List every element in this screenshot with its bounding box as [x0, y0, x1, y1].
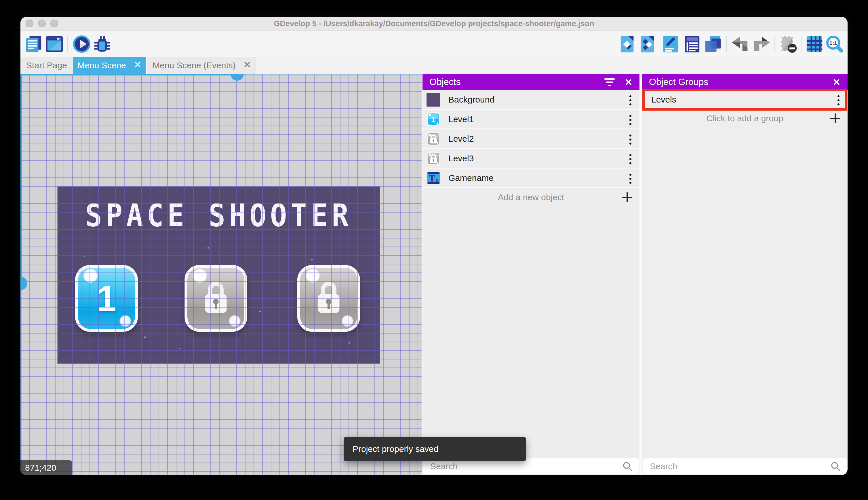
kebab-menu-icon[interactable]	[630, 95, 631, 105]
object-name: Level2	[448, 134, 474, 144]
vertical-scrollbar[interactable]	[21, 290, 22, 475]
object-row-background[interactable]: Background	[422, 90, 640, 110]
level2-button-object[interactable]	[185, 265, 247, 332]
instances-list-icon[interactable]	[683, 35, 701, 53]
kebab-menu-icon[interactable]	[630, 154, 631, 164]
tab-menu-scene[interactable]: Menu Scene	[73, 57, 145, 74]
close-window-button[interactable]	[26, 20, 33, 27]
panel-divider	[640, 74, 642, 475]
project-manager-icon[interactable]	[25, 35, 43, 53]
svg-text:T: T	[429, 173, 435, 183]
toolbar-separator	[67, 36, 68, 52]
locked-level-thumbnail	[426, 132, 440, 146]
close-panel-icon[interactable]	[624, 78, 632, 86]
groups-search-bar	[643, 458, 847, 474]
groups-search-input[interactable]	[643, 461, 831, 471]
object-groups-panel: Object Groups Levels Click to add a grou…	[642, 74, 847, 475]
titlebar: GDevelop 5 - /Users/dkarakay/Documents/G…	[21, 17, 847, 31]
level1-number: 1	[97, 278, 117, 319]
object-row-level2[interactable]: Level2	[422, 129, 640, 149]
kebab-menu-icon[interactable]	[837, 95, 840, 105]
scene-preview: SPACE SHOOTER 1	[58, 186, 379, 363]
kebab-menu-icon[interactable]	[630, 115, 631, 125]
objects-panel-header: Objects	[422, 74, 640, 90]
locked-level-thumbnail	[426, 151, 440, 165]
play-icon[interactable]	[73, 35, 91, 53]
add-group-button[interactable]: Click to add a group	[642, 109, 847, 128]
objects-search-input[interactable]	[423, 461, 622, 471]
plus-icon	[622, 192, 632, 202]
svg-text:1: 1	[431, 115, 435, 124]
cursor-coordinates: 871;420	[21, 460, 72, 475]
svg-text:x: x	[436, 178, 438, 183]
tab-label: Menu Scene	[78, 60, 126, 70]
horizontal-scrollbar-thumb[interactable]	[231, 74, 244, 81]
toast-message: Project properly saved	[353, 444, 438, 454]
save-toast: Project properly saved	[344, 437, 526, 461]
tab-start-page[interactable]: Start Page	[21, 57, 73, 74]
gdevelop-window: GDevelop 5 - /Users/dkarakay/Documents/G…	[21, 17, 847, 475]
objects-panel-title: Objects	[430, 77, 460, 87]
filter-icon[interactable]	[605, 78, 615, 86]
group-name: Levels	[651, 95, 676, 104]
toolbar: 1:1	[21, 31, 847, 57]
redo-icon[interactable]	[753, 35, 771, 53]
plus-icon	[830, 113, 840, 123]
maximize-window-button[interactable]	[50, 20, 58, 27]
lock-icon	[315, 280, 343, 317]
instances-icon[interactable]	[639, 35, 657, 53]
vertical-scrollbar-thumb[interactable]	[21, 277, 27, 290]
add-group-label: Click to add a group	[706, 113, 783, 123]
objects-panel: Objects Background 1 Level1 Level2 Level…	[422, 74, 640, 475]
object-name: Gamename	[448, 173, 494, 183]
level1-thumbnail: 1	[426, 112, 440, 126]
horizontal-scrollbar[interactable]	[233, 74, 422, 76]
background-thumbnail	[426, 93, 440, 106]
close-panel-icon[interactable]	[833, 78, 840, 86]
level3-button-object[interactable]	[297, 265, 360, 332]
add-object-label: Add a new object	[498, 192, 564, 202]
add-new-object-button[interactable]: Add a new object	[422, 188, 640, 206]
close-tab-icon[interactable]	[243, 61, 251, 68]
toolbar-separator	[801, 36, 801, 52]
object-name: Level1	[448, 114, 474, 124]
group-row-levels[interactable]: Levels	[642, 90, 847, 109]
object-groups-panel-header: Object Groups	[642, 74, 847, 90]
edit-properties-icon[interactable]	[662, 35, 680, 53]
object-groups-panel-title: Object Groups	[649, 77, 708, 87]
object-name: Level3	[448, 154, 474, 163]
tab-bar: Start Page Menu Scene Menu Scene (Events…	[21, 57, 847, 74]
zoom-1-1-icon[interactable]: 1:1	[826, 35, 844, 53]
search-icon	[622, 462, 632, 471]
minimize-window-button[interactable]	[38, 20, 46, 27]
svg-text:1:1: 1:1	[830, 40, 837, 46]
toolbar-separator	[726, 36, 727, 52]
grid-icon[interactable]	[806, 35, 823, 53]
tab-label: Menu Scene (Events)	[153, 60, 235, 70]
undo-icon[interactable]	[731, 35, 749, 53]
mask-preview-icon[interactable]	[779, 35, 797, 53]
close-tab-icon[interactable]	[133, 61, 141, 68]
horizontal-scrollbar[interactable]	[21, 74, 233, 76]
toolbar-separator	[774, 36, 775, 52]
level1-button-object[interactable]: 1	[75, 265, 138, 332]
add-object-icon[interactable]	[619, 35, 636, 53]
tab-menu-scene-events[interactable]: Menu Scene (Events)	[146, 57, 256, 74]
vertical-scrollbar[interactable]	[21, 74, 22, 277]
kebab-menu-icon[interactable]	[630, 174, 631, 184]
text-object-thumbnail: Tx	[426, 171, 440, 185]
layers-icon[interactable]	[704, 35, 722, 53]
scene-editor-canvas[interactable]: SPACE SHOOTER 1 871;420	[21, 74, 422, 475]
object-row-level1[interactable]: 1 Level1	[422, 110, 640, 129]
scene-window-icon[interactable]	[46, 35, 63, 53]
search-icon	[831, 462, 840, 471]
debug-icon[interactable]	[93, 35, 111, 53]
object-row-level3[interactable]: Level3	[422, 149, 640, 169]
object-name: Background	[448, 95, 494, 104]
object-row-gamename[interactable]: Tx Gamename	[422, 169, 640, 188]
lock-icon	[202, 280, 230, 317]
scene-game-title: SPACE SHOOTER	[58, 197, 379, 234]
tab-label: Start Page	[26, 60, 67, 70]
kebab-menu-icon[interactable]	[630, 135, 631, 145]
window-title: GDevelop 5 - /Users/dkarakay/Documents/G…	[21, 17, 847, 31]
